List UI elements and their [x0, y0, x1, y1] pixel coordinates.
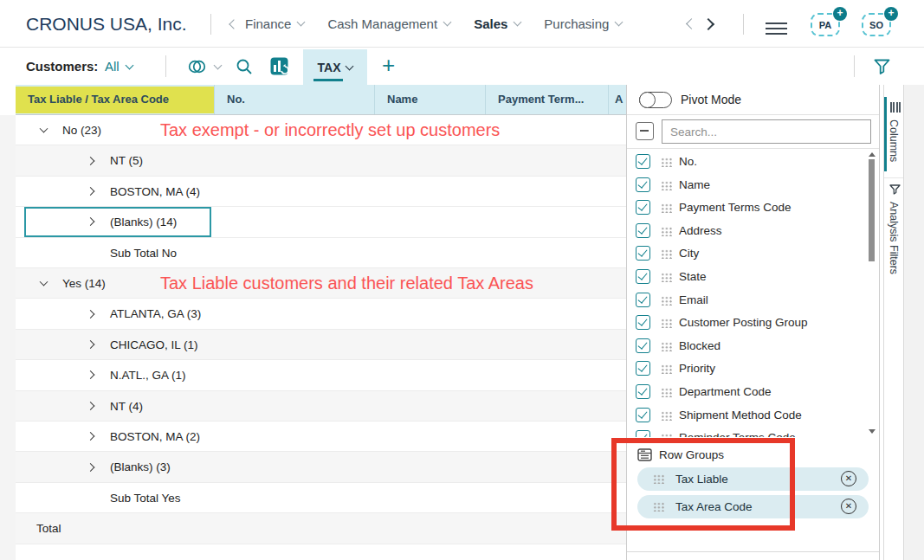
expand-chevron-icon[interactable] — [87, 340, 95, 349]
select-all-checkbox[interactable] — [636, 122, 654, 140]
drag-grip-icon[interactable] — [661, 158, 673, 167]
expand-chevron-icon[interactable] — [40, 278, 48, 286]
hamburger-menu-icon[interactable] — [766, 23, 787, 35]
column-list-item[interactable]: Payment Terms Code — [627, 196, 879, 220]
tree-row[interactable]: No (23) Tax exempt - or incorrectly set … — [16, 115, 626, 145]
row-group-pill[interactable]: Tax Liable ✕ — [637, 467, 869, 491]
tree-row[interactable]: ATLANTA, GA (3) — [16, 299, 626, 329]
column-list-item[interactable]: Reminder Terms Code — [627, 427, 879, 437]
column-checkbox[interactable] — [636, 384, 650, 399]
tree-row[interactable]: Total — [16, 513, 626, 544]
grid-header-cell[interactable]: Payment Term... — [486, 85, 609, 114]
column-list-item[interactable]: Address — [627, 220, 879, 243]
column-list-item[interactable]: City — [627, 242, 879, 266]
nav-item-cash-management[interactable]: Cash Management — [327, 16, 450, 31]
drag-grip-icon[interactable] — [661, 319, 673, 328]
drag-grip-icon[interactable] — [661, 296, 673, 306]
nav-item-purchasing[interactable]: Purchasing — [544, 16, 622, 31]
pa-badge[interactable]: PA + — [811, 13, 842, 36]
tree-row[interactable]: BOSTON, MA (4) — [16, 177, 626, 207]
column-list-item[interactable]: No. — [627, 151, 879, 174]
expand-chevron-icon[interactable] — [87, 432, 95, 441]
side-tab-analysis-filters[interactable]: Analysis Filters — [884, 177, 903, 290]
analysis-mode-icon[interactable] — [270, 48, 288, 85]
column-list-item[interactable]: Customer Posting Group — [627, 312, 879, 335]
drag-grip-icon[interactable] — [661, 388, 673, 397]
expand-chevron-icon[interactable] — [87, 157, 95, 165]
tree-row[interactable]: (Blanks) (3) — [16, 452, 626, 482]
expand-chevron-icon[interactable] — [87, 310, 95, 319]
column-checkbox[interactable] — [636, 177, 650, 192]
remove-icon[interactable]: ✕ — [841, 471, 856, 486]
side-tab-columns[interactable]: Columns — [884, 97, 903, 177]
plus-badge-icon[interactable]: + — [884, 7, 898, 21]
tree-row[interactable]: Sub Total No — [16, 238, 626, 268]
column-checkbox[interactable] — [636, 430, 650, 437]
pivot-mode-toggle[interactable] — [639, 92, 672, 108]
new-view-button[interactable]: + — [382, 48, 395, 85]
nav-item-finance[interactable]: Finance — [230, 16, 304, 31]
saved-views-icon[interactable] — [187, 48, 221, 85]
column-list-item[interactable]: Name — [627, 174, 879, 197]
tree-row[interactable]: NT (5) — [16, 145, 626, 176]
column-list-item[interactable]: Email — [627, 289, 879, 312]
column-checkbox[interactable] — [636, 200, 650, 215]
expand-chevron-icon[interactable] — [87, 187, 95, 196]
view-filter-all[interactable]: All — [105, 48, 132, 85]
tree-row[interactable]: (Blanks) (14) — [16, 207, 626, 237]
company-title[interactable]: CRONUS USA, Inc. — [26, 0, 187, 48]
column-checkbox[interactable] — [636, 269, 650, 284]
grid-header-cell[interactable]: Name — [375, 85, 486, 114]
nav-scroll-left-icon[interactable] — [686, 18, 697, 29]
grid-header-cell[interactable]: A — [609, 85, 626, 114]
column-checkbox[interactable] — [636, 246, 650, 261]
expand-chevron-icon[interactable] — [40, 125, 48, 133]
column-list-item[interactable]: State — [627, 266, 879, 289]
tree-row[interactable]: BOSTON, MA (2) — [16, 422, 626, 452]
search-icon[interactable] — [236, 48, 253, 85]
nav-overflow-icons[interactable] — [688, 0, 713, 48]
column-checkbox[interactable] — [636, 361, 650, 376]
column-list-item[interactable]: Blocked — [627, 335, 879, 358]
drag-grip-icon[interactable] — [661, 273, 673, 282]
plus-badge-icon[interactable]: + — [833, 7, 847, 21]
expand-chevron-icon[interactable] — [87, 402, 95, 410]
nav-item-sales[interactable]: Sales — [474, 16, 520, 31]
column-checkbox[interactable] — [636, 315, 650, 330]
remove-icon[interactable]: ✕ — [841, 499, 856, 514]
column-checkbox[interactable] — [636, 338, 650, 353]
tree-row[interactable]: N.ATL., GA (1) — [16, 360, 626, 390]
column-checkbox[interactable] — [636, 223, 650, 238]
drag-grip-icon[interactable] — [653, 502, 665, 512]
expand-chevron-icon[interactable] — [87, 370, 95, 379]
column-search-input[interactable] — [662, 119, 871, 144]
drag-grip-icon[interactable] — [661, 249, 673, 259]
column-list-item[interactable]: Department Code — [627, 381, 879, 404]
tab-tax-view[interactable]: TAX — [303, 49, 367, 85]
column-checkbox[interactable] — [636, 293, 650, 307]
row-group-pill[interactable]: Tax Area Code ✕ — [637, 495, 869, 518]
drag-grip-icon[interactable] — [661, 181, 673, 190]
tree-row[interactable]: Yes (14) Tax Liable customers and their … — [16, 268, 626, 299]
drag-grip-icon[interactable] — [661, 364, 673, 374]
nav-scroll-right-icon[interactable] — [702, 17, 714, 29]
so-badge[interactable]: SO + — [862, 13, 893, 36]
drag-grip-icon[interactable] — [661, 342, 673, 351]
row-label: N.ATL., GA (1) — [110, 360, 186, 390]
expand-chevron-icon[interactable] — [87, 463, 95, 472]
grid-header-cell[interactable]: Tax Liable / Tax Area Code — [16, 85, 215, 114]
tree-row[interactable]: NT (4) — [16, 391, 626, 422]
filter-icon[interactable] — [873, 48, 891, 85]
drag-grip-icon[interactable] — [661, 411, 673, 421]
drag-grip-icon[interactable] — [653, 474, 665, 484]
tree-row[interactable]: CHICAGO, IL (1) — [16, 330, 626, 360]
grid-header-cell[interactable]: No. — [215, 85, 375, 114]
column-checkbox[interactable] — [636, 408, 650, 422]
column-list-item[interactable]: Priority — [627, 357, 879, 381]
tree-row[interactable]: Sub Total Yes — [16, 483, 626, 513]
column-list-item[interactable]: Shipment Method Code — [627, 404, 879, 428]
drag-grip-icon[interactable] — [661, 203, 673, 213]
back-chevron-icon[interactable] — [229, 19, 238, 29]
column-checkbox[interactable] — [636, 154, 650, 169]
drag-grip-icon[interactable] — [661, 227, 673, 236]
